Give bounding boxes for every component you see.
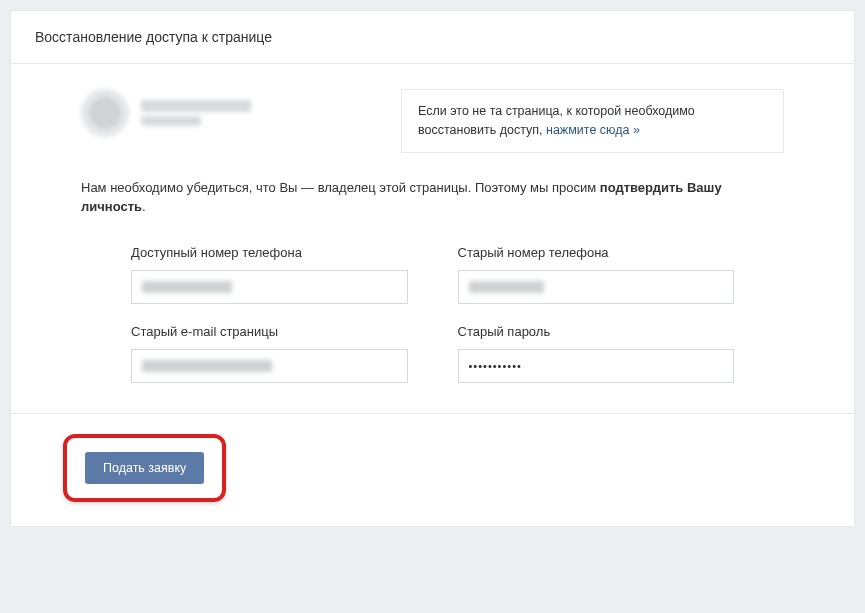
old-password-label: Старый пароль (458, 324, 735, 339)
old-phone-value-blurred (469, 281, 544, 293)
restore-access-panel: Восстановление доступа к странице Если э… (10, 10, 855, 527)
old-email-value-blurred (142, 360, 272, 372)
panel-footer: Подать заявку (11, 413, 854, 526)
avatar (81, 89, 129, 137)
submit-button[interactable]: Подать заявку (85, 452, 204, 484)
instruction-after: . (142, 199, 146, 214)
old-email-label: Старый e-mail страницы (131, 324, 408, 339)
available-phone-input[interactable] (131, 270, 408, 304)
form-grid: Доступный номер телефона Старый номер те… (81, 245, 784, 413)
old-email-group: Старый e-mail страницы (131, 324, 408, 383)
available-phone-group: Доступный номер телефона (131, 245, 408, 304)
profile-meta-blurred (141, 116, 201, 126)
old-password-group: Старый пароль ••••••••••• (458, 324, 735, 383)
instruction-text: Нам необходимо убедиться, что Вы — владе… (81, 178, 784, 217)
click-here-link[interactable]: нажмите сюда » (546, 123, 640, 137)
profile-name-blurred (141, 100, 251, 112)
old-password-value: ••••••••••• (469, 360, 522, 372)
panel-body: Если это не та страница, к которой необх… (11, 64, 854, 413)
old-password-input[interactable]: ••••••••••• (458, 349, 735, 383)
page-title: Восстановление доступа к странице (35, 29, 830, 45)
instruction-before: Нам необходимо убедиться, что Вы — владе… (81, 180, 600, 195)
profile-info (81, 89, 361, 137)
profile-text (141, 100, 251, 126)
available-phone-value-blurred (142, 281, 232, 293)
panel-header: Восстановление доступа к странице (11, 11, 854, 64)
submit-highlight-box: Подать заявку (63, 434, 226, 502)
old-phone-group: Старый номер телефона (458, 245, 735, 304)
old-phone-input[interactable] (458, 270, 735, 304)
available-phone-label: Доступный номер телефона (131, 245, 408, 260)
profile-row: Если это не та страница, к которой необх… (81, 89, 784, 153)
wrong-page-notice: Если это не та страница, к которой необх… (401, 89, 784, 153)
old-phone-label: Старый номер телефона (458, 245, 735, 260)
old-email-input[interactable] (131, 349, 408, 383)
